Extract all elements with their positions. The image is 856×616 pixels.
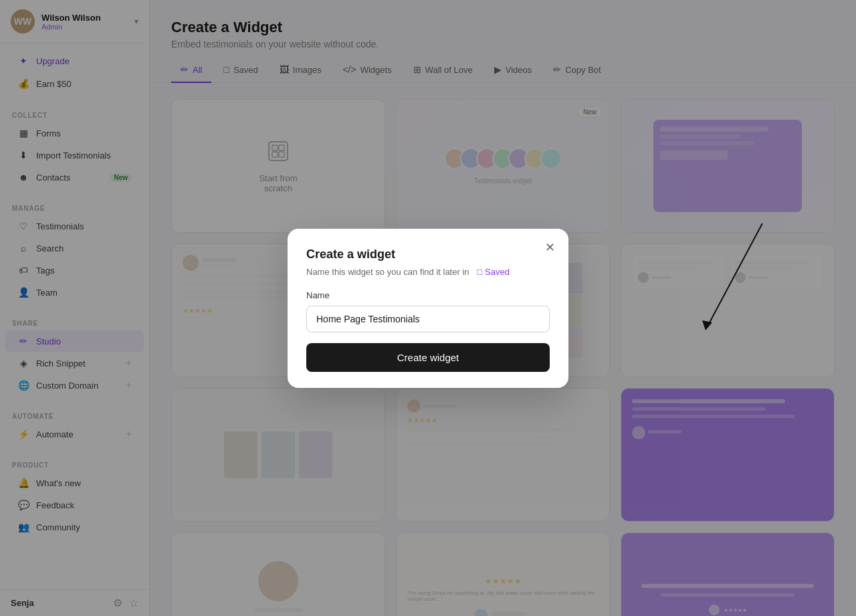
modal-subtitle-text: Name this widget so you can find it late…	[306, 267, 469, 277]
modal-close-button[interactable]: ✕	[540, 238, 559, 257]
saved-icon: □	[477, 267, 482, 277]
create-widget-modal: ✕ Create a widget Name this widget so yo…	[288, 229, 568, 388]
modal-overlay[interactable]: ✕ Create a widget Name this widget so yo…	[0, 0, 856, 616]
modal-subtitle: Name this widget so you can find it late…	[306, 267, 550, 277]
modal-name-label: Name	[306, 290, 550, 300]
modal-saved-link[interactable]: □ Saved	[477, 267, 510, 277]
widget-name-input[interactable]	[306, 306, 550, 332]
modal-title: Create a widget	[306, 247, 550, 262]
create-widget-button[interactable]: Create widget	[306, 343, 550, 372]
